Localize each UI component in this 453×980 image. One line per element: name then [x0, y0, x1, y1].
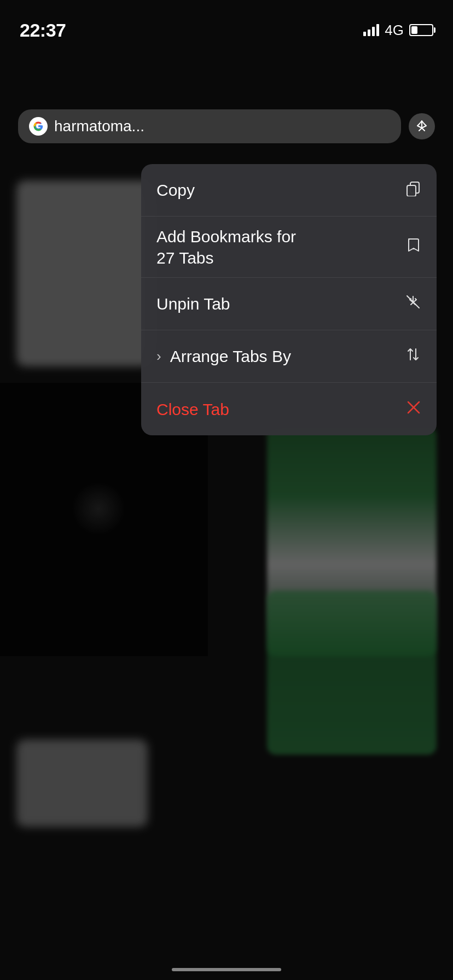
menu-item-copy-label: Copy — [156, 179, 195, 201]
menu-item-arrange-tabs[interactable]: › Arrange Tabs By — [141, 330, 437, 383]
arrange-icon — [405, 346, 421, 366]
home-indicator — [172, 968, 281, 971]
battery-level — [411, 26, 417, 34]
menu-item-unpin-label: Unpin Tab — [156, 293, 230, 314]
unpin-icon — [405, 294, 421, 314]
signal-bars-icon — [363, 24, 379, 36]
address-bar-container: G harmatoma... — [0, 109, 453, 143]
menu-item-close-label: Close Tab — [156, 399, 229, 420]
battery-shell — [409, 24, 433, 36]
bar2 — [368, 30, 370, 36]
context-menu: Copy Add Bookmarks for27 Tabs Unpin Tab — [141, 164, 437, 435]
bar3 — [372, 27, 375, 36]
status-time: 22:37 — [20, 20, 66, 41]
menu-item-unpin-tab[interactable]: Unpin Tab — [141, 278, 437, 330]
chevron-right-icon: › — [156, 348, 161, 365]
close-tab-icon — [406, 400, 421, 419]
menu-item-add-bookmarks[interactable]: Add Bookmarks for27 Tabs — [141, 217, 437, 278]
bar1 — [363, 32, 366, 36]
address-bar[interactable]: G harmatoma... — [18, 109, 401, 143]
status-bar: 22:37 4G — [0, 0, 453, 49]
status-icons: 4G — [363, 22, 433, 39]
pin-icon — [415, 119, 429, 133]
svg-rect-3 — [407, 185, 416, 196]
battery-icon — [409, 24, 433, 36]
address-url[interactable]: harmatoma... — [54, 118, 390, 135]
menu-item-arrange-label: Arrange Tabs By — [170, 346, 291, 367]
network-type-label: 4G — [385, 22, 404, 39]
menu-item-bookmarks-label: Add Bookmarks for27 Tabs — [156, 226, 296, 269]
google-logo-icon: G — [29, 117, 48, 136]
menu-item-arrange-left: › Arrange Tabs By — [156, 346, 291, 367]
bar4 — [376, 24, 379, 36]
copy-icon — [405, 180, 421, 200]
menu-item-copy[interactable]: Copy — [141, 164, 437, 217]
pin-button[interactable] — [409, 113, 435, 139]
dim-overlay — [0, 0, 453, 980]
bookmark-icon — [405, 237, 421, 257]
menu-item-close-tab[interactable]: Close Tab — [141, 383, 437, 435]
